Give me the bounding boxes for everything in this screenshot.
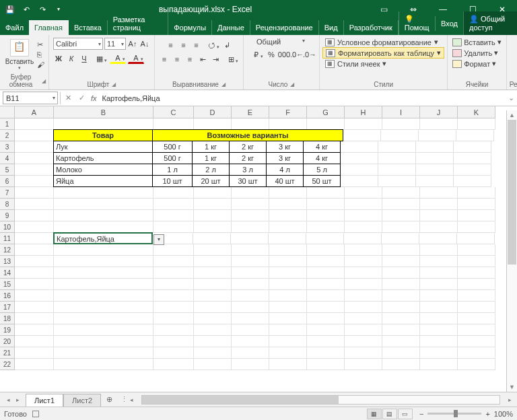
cell-D21[interactable] [194,347,232,359]
cell-J16[interactable] [420,290,458,302]
cell-J8[interactable] [420,199,458,210]
cell-D18[interactable] [194,313,232,324]
cell-J3[interactable] [416,141,454,153]
cell-F18[interactable] [269,313,307,324]
cell-D16[interactable] [194,290,232,302]
tab-review[interactable]: Рецензирование [250,20,319,35]
cell-D9[interactable] [194,210,232,221]
row-header-2[interactable]: 2 [0,130,15,141]
cell-A13[interactable] [15,256,54,267]
delete-cells-button[interactable]: Удалить ▾ [450,48,504,58]
cell-G15[interactable] [307,279,345,290]
col-header-C[interactable]: C [153,106,194,118]
cell-I1[interactable] [382,118,420,130]
cell-B11[interactable]: Картофель,Яйца [53,232,153,244]
row-header-9[interactable]: 9 [0,210,15,221]
fx-icon[interactable]: fx [88,94,100,102]
cell-B1[interactable] [54,118,153,130]
cell-A9[interactable] [15,210,54,221]
cell-C18[interactable] [153,313,194,324]
cell-H18[interactable] [345,313,382,324]
cell-B18[interactable] [54,313,153,324]
cell-I8[interactable] [382,199,420,210]
format-painter-icon[interactable]: 🖌 [37,60,44,69]
cell-G14[interactable] [307,267,345,279]
col-header-F[interactable]: F [269,106,307,118]
number-format-select[interactable]: Общий [256,38,306,46]
cell-I4[interactable] [378,153,416,164]
cell-I10[interactable] [382,221,420,233]
cell-K11[interactable] [457,233,495,244]
cell-E10[interactable] [232,221,269,233]
cell-G13[interactable] [307,256,345,267]
format-cells-button[interactable]: Формат ▾ [450,59,504,69]
cell-C14[interactable] [153,267,194,279]
cell-K21[interactable] [458,347,495,359]
comma-icon[interactable]: 000 [279,49,289,60]
cell-H10[interactable] [345,221,382,233]
indent-inc-icon[interactable]: ⇥ [210,54,221,65]
cell-J7[interactable] [420,187,458,199]
cell-C2[interactable]: Возможные варианты [152,129,343,141]
row-header-6[interactable]: 6 [0,176,15,187]
cell-H8[interactable] [345,199,382,210]
cell-A18[interactable] [15,313,54,324]
cell-G9[interactable] [307,210,345,221]
cell-A4[interactable] [15,153,54,164]
cell-J5[interactable] [416,164,454,176]
cell-B4[interactable]: Картофель [53,152,153,164]
cell-C3[interactable]: 500 г [152,141,193,153]
cell-E1[interactable] [232,118,269,130]
cell-G21[interactable] [307,347,345,359]
underline-icon[interactable]: Ч [79,53,90,64]
tab-file[interactable]: Файл [0,20,29,35]
view-break-icon[interactable]: ▭ [398,409,413,419]
cell-B5[interactable]: Молоко [53,164,153,176]
cell-E18[interactable] [232,313,269,324]
dialog-icon[interactable]: ◢ [221,81,226,88]
orientation-icon[interactable]: ⭯ [204,40,220,50]
cell-K6[interactable] [454,176,491,187]
tab-home[interactable]: Главная [29,20,69,35]
cell-H5[interactable] [341,164,378,176]
cell-I13[interactable] [382,256,420,267]
dec-decimal-icon[interactable]: .0→ [304,49,315,60]
cell-A19[interactable] [15,324,54,336]
col-header-D[interactable]: D [194,106,232,118]
cell-K13[interactable] [458,256,495,267]
cell-G22[interactable] [307,359,345,370]
cell-F13[interactable] [269,256,307,267]
cell-G18[interactable] [307,313,345,324]
cell-B16[interactable] [54,290,153,302]
cell-J14[interactable] [420,267,458,279]
formula-input[interactable]: Картофель,Яйца [100,94,505,102]
cell-B22[interactable] [54,359,153,370]
cell-A20[interactable] [15,336,54,347]
cell-H11[interactable] [344,233,382,244]
cell-styles-button[interactable]: ▦Стили ячеек ▾ [322,59,444,69]
tab-view[interactable]: Вид [319,20,344,35]
cell-K22[interactable] [458,359,495,370]
cell-J19[interactable] [420,324,458,336]
cell-I11[interactable] [382,233,419,244]
row-header-5[interactable]: 5 [0,164,15,176]
cell-C20[interactable] [153,336,194,347]
tab-layout[interactable]: Разметка страниц [108,12,168,35]
cell-A7[interactable] [15,187,54,199]
cell-K2[interactable] [456,130,494,141]
row-header-15[interactable]: 15 [0,279,15,290]
cell-C7[interactable] [153,187,194,199]
cell-K20[interactable] [458,336,495,347]
cell-H22[interactable] [345,359,382,370]
cell-B15[interactable] [54,279,153,290]
cell-F11[interactable] [269,233,306,244]
row-header-10[interactable]: 10 [0,221,15,233]
row-header-20[interactable]: 20 [0,336,15,347]
cell-K10[interactable] [458,221,495,233]
cell-D1[interactable] [194,118,232,130]
cell-C22[interactable] [153,359,194,370]
cell-H20[interactable] [345,336,382,347]
currency-icon[interactable]: ₽ [248,49,264,60]
cell-G5[interactable]: 5 л [303,164,341,176]
bold-icon[interactable]: Ж [53,53,64,64]
